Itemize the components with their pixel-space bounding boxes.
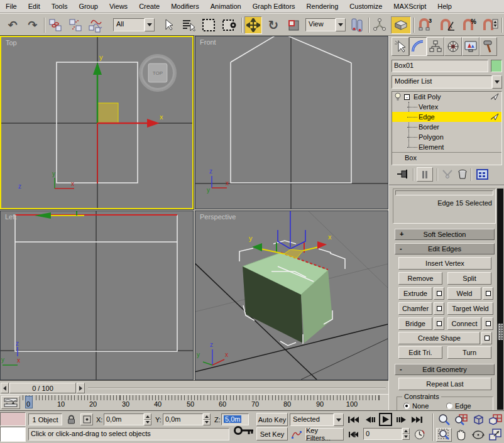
stack-item-border[interactable]: Border bbox=[392, 122, 501, 132]
stack-item-polygon[interactable]: Polygon bbox=[392, 132, 501, 142]
stack-item-element[interactable]: Element bbox=[392, 142, 501, 152]
collapse-box-icon[interactable]: - bbox=[404, 94, 410, 100]
percent-snap-button[interactable]: % bbox=[461, 16, 479, 34]
turn-button[interactable]: Turn bbox=[447, 346, 491, 359]
menu-views[interactable]: Views bbox=[104, 3, 133, 10]
tab-utilities[interactable] bbox=[479, 37, 497, 56]
object-color-swatch[interactable] bbox=[491, 60, 502, 72]
select-and-move-button[interactable] bbox=[244, 16, 262, 34]
pin-stack-button[interactable] bbox=[395, 167, 410, 181]
time-slider-prev-button[interactable] bbox=[1, 383, 9, 393]
gizmo-y-arrow[interactable] bbox=[35, 212, 51, 219]
use-pivot-point-center-button[interactable] bbox=[348, 16, 366, 34]
dropdown-arrow-icon[interactable] bbox=[334, 413, 344, 426]
bind-to-space-warp-button[interactable] bbox=[87, 16, 104, 34]
split-button[interactable]: Split bbox=[447, 272, 491, 285]
gizmo-y-arrow[interactable] bbox=[93, 62, 102, 75]
menu-modifiers[interactable]: Modifiers bbox=[165, 3, 205, 10]
viewport-top[interactable]: Top TOP y x bbox=[0, 36, 194, 209]
x-coordinate-spinner[interactable] bbox=[144, 413, 151, 425]
remove-button[interactable]: Remove bbox=[398, 272, 442, 285]
tab-display[interactable] bbox=[462, 37, 479, 56]
dropdown-arrow-icon[interactable] bbox=[336, 18, 346, 31]
dropdown-arrow-icon[interactable] bbox=[145, 18, 155, 31]
extrude-button[interactable]: Extrude bbox=[398, 287, 432, 300]
configure-modifier-sets-button[interactable] bbox=[474, 167, 490, 181]
zoom-button[interactable] bbox=[436, 413, 452, 427]
select-by-name-button[interactable] bbox=[180, 16, 197, 34]
time-slider-handle[interactable]: 0 / 100 bbox=[9, 383, 76, 393]
menu-customize[interactable]: Customize bbox=[344, 3, 388, 10]
constraint-edge-radio[interactable]: Edge bbox=[446, 402, 471, 410]
redo-button[interactable]: ↷ bbox=[24, 16, 41, 34]
absolute-offset-toggle-button[interactable] bbox=[80, 413, 93, 425]
menu-maxscript[interactable]: MAXScript bbox=[388, 3, 432, 10]
set-key-button[interactable]: Set Key bbox=[256, 427, 288, 440]
zoom-extents-all-button[interactable] bbox=[487, 413, 503, 427]
keyboard-shortcut-override-button[interactable] bbox=[391, 16, 411, 34]
current-frame-field[interactable]: 0 bbox=[363, 428, 402, 440]
y-coordinate-field[interactable]: 0,0m bbox=[163, 413, 203, 425]
menu-tools[interactable]: Tools bbox=[46, 3, 74, 10]
snaps-toggle-button[interactable]: 3 bbox=[416, 16, 434, 34]
default-in-out-tangents-button[interactable] bbox=[290, 428, 304, 440]
next-frame-button[interactable] bbox=[395, 414, 407, 425]
set-keys-button[interactable] bbox=[234, 425, 254, 437]
viewport-perspective[interactable]: Perspective bbox=[195, 211, 388, 380]
play-button[interactable] bbox=[379, 413, 392, 426]
show-end-result-button[interactable] bbox=[417, 167, 433, 182]
select-and-manipulate-button[interactable] bbox=[371, 16, 388, 34]
select-and-rotate-button[interactable]: ↻ bbox=[265, 16, 282, 34]
connect-settings-button[interactable] bbox=[483, 317, 493, 330]
previous-frame-button[interactable] bbox=[364, 414, 376, 425]
dropdown-arrow-icon[interactable] bbox=[492, 75, 502, 89]
stack-item-edge[interactable]: Edge bbox=[392, 112, 501, 122]
menu-group[interactable]: Group bbox=[73, 3, 104, 10]
move-gizmo[interactable]: y x bbox=[249, 211, 332, 258]
remove-modifier-button[interactable] bbox=[456, 167, 469, 181]
gizmo-y-arrow[interactable] bbox=[252, 243, 262, 251]
create-shape-button[interactable]: Create Shape bbox=[398, 332, 480, 344]
window-crossing-button[interactable] bbox=[220, 16, 238, 34]
tab-hierarchy[interactable] bbox=[427, 37, 444, 56]
key-filters-button[interactable]: Key Filters... bbox=[305, 428, 344, 440]
stack-item-box[interactable]: Box bbox=[392, 153, 501, 163]
extrude-settings-button[interactable] bbox=[434, 287, 444, 300]
constraint-none-radio[interactable]: None bbox=[403, 402, 429, 410]
time-configuration-button[interactable] bbox=[412, 428, 426, 440]
min-max-toggle-button[interactable] bbox=[487, 428, 503, 442]
stack-item-edit-poly[interactable]: - Edit Poly bbox=[392, 92, 501, 102]
rectangular-selection-region-button[interactable] bbox=[200, 16, 217, 34]
viewport-front[interactable]: Front z x y bbox=[195, 36, 388, 209]
chamfer-settings-button[interactable] bbox=[434, 302, 444, 315]
modifier-on-bulb-icon[interactable] bbox=[394, 92, 402, 101]
object-name-field[interactable]: Box01 bbox=[392, 60, 488, 72]
maxscript-mini-listener[interactable] bbox=[0, 427, 26, 442]
go-to-end-button[interactable] bbox=[410, 414, 424, 425]
zoom-region-button[interactable] bbox=[436, 428, 452, 442]
select-and-scale-button[interactable] bbox=[285, 16, 302, 34]
menu-graph-editors[interactable]: Graph Editors bbox=[247, 3, 301, 10]
menu-create[interactable]: Create bbox=[133, 3, 165, 10]
maxscript-mini-listener-macro[interactable] bbox=[0, 412, 26, 426]
go-to-start-button[interactable] bbox=[347, 414, 361, 425]
gizmo-xy-plane-handle[interactable] bbox=[97, 103, 118, 123]
zoom-all-button[interactable] bbox=[453, 413, 469, 427]
edit-tri-button[interactable]: Edit Tri. bbox=[398, 346, 442, 359]
selection-lock-button[interactable] bbox=[65, 413, 77, 425]
current-frame-spinner[interactable] bbox=[402, 428, 410, 440]
y-coordinate-spinner[interactable] bbox=[203, 413, 211, 425]
rollout-edit-edges[interactable]: - Edit Edges bbox=[395, 243, 495, 254]
menu-animation[interactable]: Animation bbox=[205, 3, 247, 10]
reference-coordinate-system-dropdown[interactable]: View bbox=[305, 18, 346, 31]
pan-button[interactable] bbox=[453, 428, 469, 442]
spinner-snap-button[interactable] bbox=[481, 16, 499, 34]
select-object-button[interactable] bbox=[160, 16, 177, 34]
weld-button[interactable]: Weld bbox=[447, 287, 481, 300]
gizmo-x-arrow[interactable] bbox=[147, 119, 160, 128]
auto-key-button[interactable]: Auto Key bbox=[256, 413, 288, 426]
insert-vertex-button[interactable]: Insert Vertex bbox=[398, 257, 491, 270]
tab-modify[interactable] bbox=[409, 37, 427, 56]
zoom-extents-button[interactable] bbox=[470, 413, 486, 427]
chamfer-button[interactable]: Chamfer bbox=[398, 302, 432, 315]
